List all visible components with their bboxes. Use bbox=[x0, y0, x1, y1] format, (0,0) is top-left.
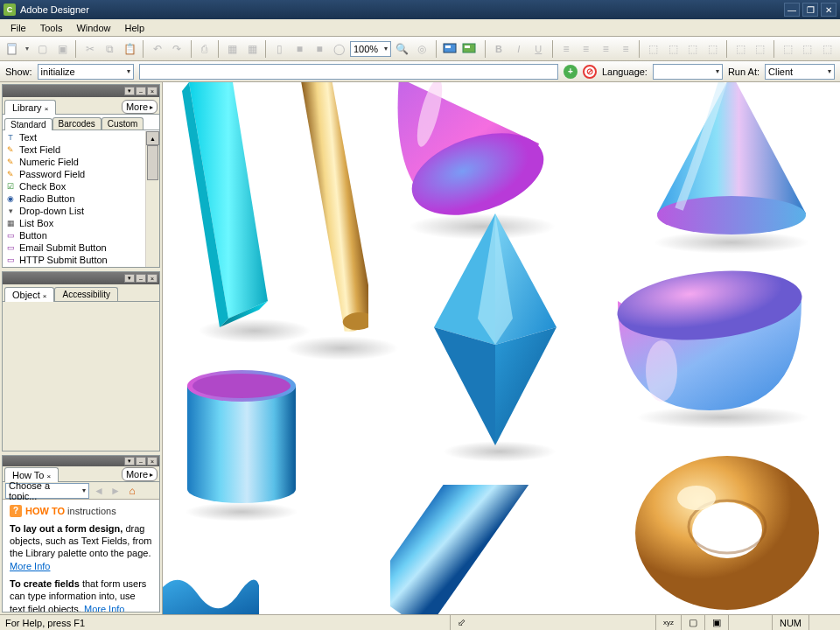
menu-window[interactable]: Window bbox=[69, 21, 117, 35]
menu-tools[interactable]: Tools bbox=[33, 21, 70, 35]
library-item[interactable]: ✎Password Field bbox=[3, 168, 159, 180]
minimize-button[interactable]: — bbox=[784, 3, 800, 17]
panel-close-icon[interactable]: × bbox=[147, 457, 158, 466]
shape-wave[interactable] bbox=[163, 555, 259, 614]
library-item[interactable]: ▦List Box bbox=[3, 217, 159, 229]
undo-button[interactable]: ↶ bbox=[148, 39, 166, 59]
subtab-custom[interactable]: Custom bbox=[102, 117, 144, 130]
tab-howto[interactable]: How To× bbox=[4, 467, 59, 482]
scroll-thumb[interactable] bbox=[147, 145, 158, 180]
tab-library[interactable]: Library× bbox=[4, 100, 56, 115]
howto-more-button[interactable]: More bbox=[122, 467, 158, 481]
howto-link1[interactable]: More Info bbox=[10, 561, 50, 571]
copy-button[interactable]: ⧉ bbox=[101, 39, 119, 59]
grid1-button[interactable]: ▦ bbox=[223, 39, 242, 59]
library-item[interactable]: ▭Email Submit Button bbox=[3, 242, 159, 254]
panel-minimize-icon[interactable]: – bbox=[136, 87, 146, 95]
design-canvas[interactable] bbox=[163, 82, 840, 614]
align-right-button[interactable]: ≡ bbox=[597, 39, 615, 59]
obj1-button[interactable]: ■ bbox=[290, 39, 309, 59]
circ-button[interactable]: ◯ bbox=[330, 39, 348, 59]
scroll-up-icon[interactable]: ▲ bbox=[146, 131, 159, 145]
language-combo[interactable]: ▾ bbox=[653, 64, 723, 80]
open-button[interactable]: ▢ bbox=[33, 39, 52, 59]
shape-bowl[interactable] bbox=[609, 266, 810, 415]
show-combo[interactable]: initialize▾ bbox=[38, 64, 134, 80]
script-stop-button[interactable]: ⊘ bbox=[583, 65, 597, 79]
zoom-tool-icon[interactable]: 🔍 bbox=[393, 39, 411, 59]
tab-accessibility[interactable]: Accessibility bbox=[54, 287, 117, 301]
panel-menu-icon[interactable]: ▾ bbox=[124, 274, 135, 283]
howto-link2[interactable]: More Info bbox=[84, 604, 124, 612]
howto-topic-combo[interactable]: Choose a topic...▾ bbox=[5, 483, 89, 499]
grid2-button[interactable]: ▦ bbox=[243, 39, 262, 59]
panel-close-icon[interactable]: × bbox=[147, 274, 158, 283]
subtab-standard[interactable]: Standard bbox=[4, 118, 52, 130]
redo-button[interactable]: ↷ bbox=[168, 39, 186, 59]
new-button[interactable] bbox=[4, 39, 22, 59]
library-item[interactable]: ▭Button bbox=[3, 229, 159, 242]
tab-object[interactable]: Object× bbox=[4, 287, 54, 302]
valign3-button[interactable]: ⬚ bbox=[683, 39, 702, 59]
print-button[interactable]: ⎙ bbox=[196, 39, 214, 59]
shape-rod[interactable] bbox=[298, 82, 368, 345]
valign1-button[interactable]: ⬚ bbox=[644, 39, 662, 59]
tab-close-icon[interactable]: × bbox=[46, 472, 51, 480]
library-more-button[interactable]: More bbox=[122, 100, 158, 114]
panel-minimize-icon[interactable]: – bbox=[136, 457, 146, 466]
menu-help[interactable]: Help bbox=[118, 21, 152, 35]
library-item[interactable]: ▭HTTP Submit Button bbox=[3, 254, 159, 266]
arrange2-button[interactable]: ⬚ bbox=[799, 39, 817, 59]
script-run-button[interactable]: + bbox=[564, 65, 578, 79]
script-input[interactable] bbox=[139, 64, 558, 80]
shape-prism[interactable] bbox=[172, 82, 276, 336]
close-button[interactable]: ✕ bbox=[821, 3, 836, 17]
valign4-button[interactable]: ⬚ bbox=[704, 39, 722, 59]
library-item[interactable]: TText bbox=[3, 131, 159, 144]
valign2-button[interactable]: ⬚ bbox=[664, 39, 682, 59]
target-icon[interactable]: ◎ bbox=[413, 39, 431, 59]
subtab-barcodes[interactable]: Barcodes bbox=[52, 117, 102, 130]
library-scrollbar[interactable]: ▲ bbox=[145, 131, 159, 267]
panel-menu-icon[interactable]: ▾ bbox=[124, 87, 135, 95]
howto-fwd-button[interactable]: ► bbox=[108, 484, 122, 498]
library-item[interactable]: ✎Numeric Field bbox=[3, 156, 159, 168]
shape-cylinder-blue[interactable] bbox=[390, 485, 548, 614]
zoom-combo[interactable]: 100%▾ bbox=[350, 41, 391, 57]
shape-diamond[interactable] bbox=[430, 214, 561, 450]
shape-torus[interactable] bbox=[631, 450, 823, 614]
preview2-button[interactable] bbox=[460, 39, 479, 59]
align-left-button[interactable]: ≡ bbox=[557, 39, 576, 59]
obj2-button[interactable]: ■ bbox=[311, 39, 329, 59]
panel-minimize-icon[interactable]: – bbox=[136, 274, 146, 283]
library-item[interactable]: ☑Check Box bbox=[3, 180, 159, 192]
arrange1-button[interactable]: ⬚ bbox=[779, 39, 797, 59]
bold-button[interactable]: B bbox=[490, 39, 508, 59]
arrange3-button[interactable]: ⬚ bbox=[818, 39, 836, 59]
library-item[interactable]: ▭Print Button bbox=[3, 266, 159, 267]
align-center-button[interactable]: ≡ bbox=[577, 39, 595, 59]
panel-menu-icon[interactable]: ▾ bbox=[124, 457, 135, 466]
shape-cone-magenta[interactable] bbox=[390, 82, 556, 231]
howto-back-button[interactable]: ◄ bbox=[92, 484, 106, 498]
library-list[interactable]: TText✎Text Field✎Numeric Field✎Password … bbox=[3, 130, 159, 267]
shape-cylinder-small[interactable] bbox=[180, 367, 303, 507]
library-item[interactable]: ◉Radio Button bbox=[3, 192, 159, 205]
menu-file[interactable]: File bbox=[4, 21, 33, 35]
paste-button[interactable]: 📋 bbox=[121, 39, 139, 59]
save-button[interactable]: ▣ bbox=[53, 39, 72, 59]
italic-button[interactable]: I bbox=[509, 39, 528, 59]
underline-button[interactable]: U bbox=[529, 39, 548, 59]
tab-close-icon[interactable]: × bbox=[43, 292, 47, 300]
shape-cone-cyan[interactable] bbox=[648, 82, 815, 240]
toolbar-dropdown-icon[interactable]: ▾ bbox=[24, 39, 32, 59]
preview1-button[interactable] bbox=[440, 39, 458, 59]
howto-home-button[interactable]: ⌂ bbox=[125, 484, 139, 498]
library-item[interactable]: ✎Text Field bbox=[3, 144, 159, 156]
tab-close-icon[interactable]: × bbox=[45, 105, 49, 113]
align-justify-button[interactable]: ≡ bbox=[617, 39, 635, 59]
page-button[interactable]: ▯ bbox=[270, 39, 289, 59]
panel-close-icon[interactable]: × bbox=[147, 87, 158, 95]
cut-button[interactable]: ✂ bbox=[80, 39, 99, 59]
runat-combo[interactable]: Client▾ bbox=[765, 64, 835, 80]
